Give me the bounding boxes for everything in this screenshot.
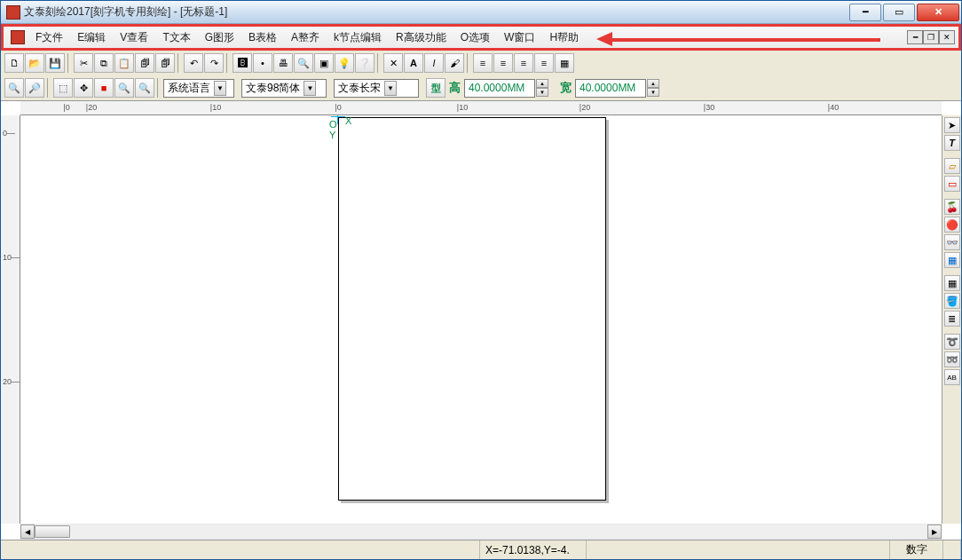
tool-list[interactable]: • bbox=[253, 53, 272, 73]
tool-ab[interactable]: AB bbox=[944, 369, 960, 385]
app-window: 文泰刻绘2017[刻字机专用刻绘] - [无标题-1] ━ ▭ ✕ F文件 E编… bbox=[0, 0, 962, 560]
group-button-b[interactable]: 🗐 bbox=[155, 53, 175, 73]
align-justify-button[interactable]: ≡ bbox=[534, 53, 554, 73]
group-button-a[interactable]: 🗐 bbox=[135, 53, 154, 73]
maximize-button[interactable]: ▭ bbox=[883, 4, 915, 21]
tool-cursor[interactable]: ➤ bbox=[944, 117, 960, 133]
menu-options[interactable]: O选项 bbox=[453, 28, 497, 48]
ruler-horizontal: |0|20|10|0|10|20|30|40 bbox=[20, 101, 942, 115]
scroll-right-button[interactable]: ▶ bbox=[927, 525, 942, 539]
frame-button[interactable]: ▣ bbox=[314, 53, 334, 73]
tool-skew[interactable]: ▱ bbox=[944, 158, 960, 174]
height-input[interactable] bbox=[464, 79, 535, 98]
tool-table[interactable]: ▦ bbox=[944, 252, 960, 268]
canvas[interactable]: O X Y bbox=[20, 115, 942, 524]
tool-path-b[interactable]: ➿ bbox=[944, 351, 960, 367]
menu-window[interactable]: W窗口 bbox=[497, 28, 542, 48]
new-button[interactable]: 🗋 bbox=[4, 53, 24, 73]
paste-button[interactable]: 📋 bbox=[114, 53, 134, 73]
undo-button[interactable]: ↶ bbox=[184, 53, 203, 73]
preview-button[interactable]: 🔍 bbox=[294, 53, 313, 73]
ruler-tick: 20— bbox=[3, 377, 20, 386]
grid-button[interactable]: ▦ bbox=[555, 53, 574, 73]
scroll-left-button[interactable]: ◀ bbox=[20, 525, 35, 539]
zoom-out-button[interactable]: 🔎 bbox=[25, 78, 44, 98]
save-button[interactable]: 💾 bbox=[45, 53, 65, 73]
language-combo[interactable]: 系统语言 ▼ bbox=[163, 79, 234, 98]
align-center-button[interactable]: ≡ bbox=[493, 53, 513, 73]
tool-bold[interactable]: 🅱 bbox=[233, 53, 252, 73]
menu-advanced[interactable]: R高级功能 bbox=[389, 28, 453, 48]
pan-button[interactable]: ✥ bbox=[74, 78, 93, 98]
cut-button[interactable]: ✂ bbox=[74, 53, 93, 73]
redo-button[interactable]: ↷ bbox=[204, 53, 224, 73]
charA-button[interactable]: A bbox=[404, 53, 423, 73]
zoom-in-button[interactable]: 🔍 bbox=[4, 78, 24, 98]
font-combo-value: 文泰98简体 bbox=[246, 81, 300, 96]
height-spin-down[interactable]: ▼ bbox=[536, 88, 548, 97]
minimize-button[interactable]: ━ bbox=[849, 4, 881, 21]
node-button[interactable]: ✕ bbox=[383, 53, 403, 73]
doc-icon bbox=[11, 30, 25, 44]
width-spin-up[interactable]: ▲ bbox=[647, 79, 659, 88]
align-right-button[interactable]: ≡ bbox=[514, 53, 533, 73]
bulb-button[interactable]: 💡 bbox=[335, 53, 354, 73]
tool-bucket[interactable]: 🪣 bbox=[944, 293, 960, 309]
tool-clipart-a[interactable]: 🍒 bbox=[944, 199, 960, 215]
scroll-thumb[interactable] bbox=[35, 525, 70, 538]
scroll-track[interactable] bbox=[35, 525, 927, 539]
mdi-restore[interactable]: ❐ bbox=[923, 30, 939, 44]
menu-align[interactable]: A整齐 bbox=[284, 28, 327, 48]
mdi-minimize[interactable]: ━ bbox=[907, 30, 923, 44]
mdi-buttons: ━ ❐ ✕ bbox=[907, 30, 955, 44]
menu-file[interactable]: F文件 bbox=[28, 28, 70, 48]
workspace: |0|20|10|0|10|20|30|40 0—10—20— O X Y ➤ … bbox=[1, 101, 961, 540]
tool-path-a[interactable]: ➰ bbox=[944, 334, 960, 350]
tool-rect[interactable]: ▭ bbox=[944, 176, 960, 192]
menu-table[interactable]: B表格 bbox=[241, 28, 284, 48]
dropdown-icon[interactable]: ▼ bbox=[384, 81, 397, 96]
copy-button[interactable]: ⧉ bbox=[94, 53, 114, 73]
menu-view[interactable]: V查看 bbox=[113, 28, 155, 48]
print-button[interactable]: 🖶 bbox=[273, 53, 293, 73]
mdi-close[interactable]: ✕ bbox=[939, 30, 955, 44]
width-label: 宽 bbox=[557, 80, 574, 96]
height-spin-up[interactable]: ▲ bbox=[536, 79, 548, 88]
zoom-page-button[interactable]: 🔍 bbox=[135, 78, 154, 98]
brush-button[interactable]: 🖌 bbox=[445, 53, 464, 73]
italic-button[interactable]: I bbox=[424, 53, 444, 73]
dropdown-icon[interactable]: ▼ bbox=[304, 81, 316, 96]
menu-edit[interactable]: E编辑 bbox=[70, 28, 113, 48]
about-button[interactable]: ❔ bbox=[355, 53, 375, 73]
tool-glasses[interactable]: 👓 bbox=[944, 234, 960, 250]
ruler-tick: 10— bbox=[3, 253, 20, 262]
menu-help[interactable]: H帮助 bbox=[542, 28, 586, 48]
tool-lines[interactable]: ≣ bbox=[944, 311, 960, 327]
language-combo-value: 系统语言 bbox=[168, 81, 210, 96]
select-button[interactable]: ⬚ bbox=[53, 78, 73, 98]
fill-red-button[interactable]: ■ bbox=[94, 78, 114, 98]
toolbar-secondary: 🔍 🔎 ⬚ ✥ ■ 🔍 🔍 系统语言 ▼ 文泰98简体 ▼ 文泰长宋 ▼ bbox=[1, 75, 961, 100]
tool-clipart-b[interactable]: 🔴 bbox=[944, 217, 960, 233]
close-button[interactable]: ✕ bbox=[917, 4, 959, 21]
ruler-vertical: 0—10—20— bbox=[1, 115, 20, 524]
dropdown-icon[interactable]: ▼ bbox=[214, 81, 226, 96]
style-combo[interactable]: 文泰长宋 ▼ bbox=[334, 79, 419, 98]
font-combo[interactable]: 文泰98简体 ▼ bbox=[241, 79, 327, 98]
menu-text[interactable]: T文本 bbox=[155, 28, 197, 48]
zoom-region-button[interactable]: 🔍 bbox=[114, 78, 134, 98]
ruler-tick: |10 bbox=[210, 103, 221, 112]
align-left-button[interactable]: ≡ bbox=[473, 53, 493, 73]
menu-graphic[interactable]: G图形 bbox=[198, 28, 241, 48]
tool-palette[interactable]: ▦ bbox=[944, 275, 960, 291]
menu-node[interactable]: k节点编辑 bbox=[327, 28, 389, 48]
shape-button[interactable]: 型 bbox=[426, 78, 446, 98]
toolbar-main: 🗋 📂 💾 ✂ ⧉ 📋 🗐 🗐 ↶ ↷ 🅱 • 🖶 🔍 ▣ 💡 ❔ ✕ A I … bbox=[1, 51, 961, 75]
width-spin-down[interactable]: ▼ bbox=[647, 88, 659, 97]
horizontal-scrollbar[interactable]: ◀ ▶ bbox=[20, 524, 942, 540]
tool-text[interactable]: T bbox=[944, 135, 960, 151]
app-icon bbox=[6, 5, 20, 20]
ruler-tick: |40 bbox=[828, 103, 839, 112]
width-input[interactable] bbox=[575, 79, 646, 98]
open-button[interactable]: 📂 bbox=[25, 53, 44, 73]
